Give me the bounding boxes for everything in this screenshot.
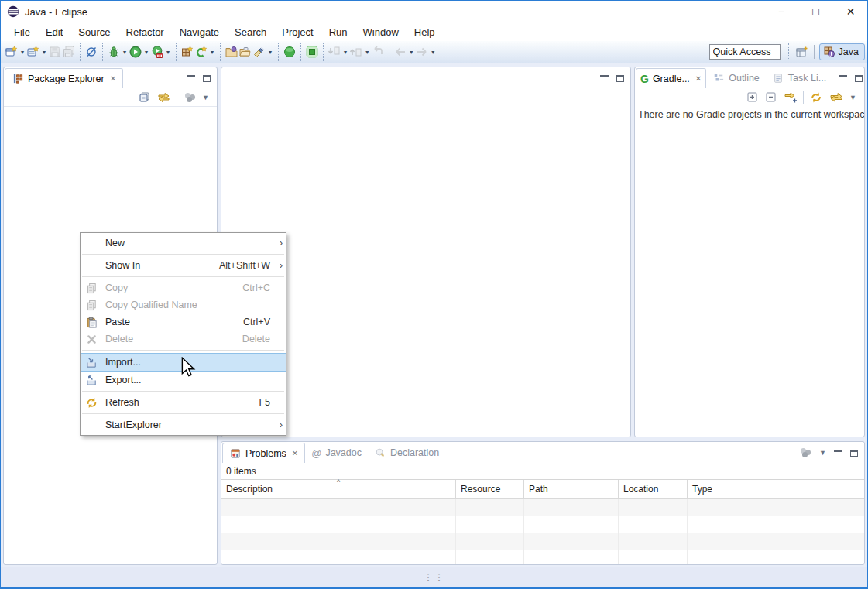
save-all-button[interactable] (62, 44, 76, 60)
expand-all-icon[interactable] (746, 91, 759, 104)
forward-dropdown[interactable]: ▾ (429, 49, 437, 56)
skip-all-breakpoints-button[interactable] (84, 44, 98, 60)
tab-declaration[interactable]: Declaration (368, 443, 445, 463)
status-bar: ⋮⋮ (1, 567, 867, 587)
menu-window[interactable]: Window (355, 24, 407, 40)
maximize-panel-icon[interactable] (850, 450, 858, 457)
coverage-icon (151, 46, 163, 58)
view-menu-dropdown-icon[interactable]: ▼ (819, 449, 826, 457)
refresh-tasks-icon[interactable] (810, 91, 823, 104)
tab-close-icon[interactable]: ✕ (108, 74, 116, 83)
minimize-panel-icon[interactable] (834, 450, 842, 457)
debug-button[interactable] (107, 44, 121, 60)
menu-project[interactable]: Project (274, 24, 321, 40)
open-perspective-button[interactable] (795, 44, 809, 60)
stop-server-button[interactable] (305, 44, 319, 60)
new-java-class-dropdown[interactable]: ▾ (208, 49, 216, 56)
new-button[interactable] (5, 44, 19, 60)
context-menu-item-copy[interactable]: Copy Ctrl+C (81, 279, 286, 296)
debug-dropdown[interactable]: ▾ (121, 49, 129, 56)
view-menu-dropdown-icon[interactable]: ▼ (849, 94, 856, 101)
open-type-button[interactable] (225, 44, 238, 60)
back-dropdown[interactable]: ▾ (407, 49, 415, 56)
window-maximize-button[interactable]: □ (798, 0, 833, 23)
context-menu-item-startexplorer[interactable]: StartExplorer › (81, 416, 286, 433)
new-dropdown[interactable]: ▾ (19, 49, 26, 56)
view-menu-icon[interactable] (184, 93, 196, 102)
search-button[interactable] (252, 44, 266, 60)
maximize-editor-icon[interactable] (616, 75, 624, 82)
tab-outline[interactable]: Outline (706, 68, 766, 88)
context-menu-item-paste[interactable]: Paste Ctrl+V (81, 313, 286, 330)
menu-separator (82, 391, 284, 392)
new-java-project-button[interactable] (180, 44, 194, 60)
gradle-tasks-panel: G Gradle... ✕ Outline Task Li... ▼ There… (634, 67, 865, 437)
refresh-all-icon[interactable] (829, 91, 843, 104)
column-header-location[interactable]: Location (619, 480, 688, 498)
open-resource-button[interactable] (238, 44, 252, 60)
back-arrow-icon (394, 46, 407, 58)
new-project-dropdown[interactable]: ▾ (40, 49, 48, 56)
menu-navigate[interactable]: Navigate (172, 24, 227, 40)
menu-run[interactable]: Run (321, 24, 355, 40)
minimize-panel-icon[interactable] (187, 75, 195, 82)
forward-button[interactable] (415, 44, 429, 60)
context-menu-item-refresh[interactable]: Refresh F5 (81, 394, 286, 411)
link-with-editor-icon[interactable] (157, 91, 170, 104)
save-button[interactable] (48, 44, 62, 60)
context-menu-item-copy-qualified-name[interactable]: Copy Qualified Name (81, 296, 286, 313)
view-menu-dropdown-icon[interactable]: ▼ (202, 94, 209, 101)
menu-refactor[interactable]: Refactor (118, 24, 172, 40)
java-perspective-button[interactable]: Java (819, 43, 865, 60)
new-project-button[interactable] (26, 44, 40, 60)
quick-access-input[interactable] (709, 44, 781, 60)
menu-file[interactable]: File (6, 24, 38, 40)
tab-task-list[interactable]: Task Li... (766, 68, 832, 88)
tab-close-icon[interactable]: ✕ (290, 449, 298, 457)
menu-edit[interactable]: Edit (38, 24, 70, 40)
context-menu-item-new[interactable]: New › (81, 235, 286, 252)
back-button[interactable] (393, 44, 407, 60)
menu-source[interactable]: Source (70, 24, 118, 40)
context-menu-item-show-in[interactable]: Show In Alt+Shift+W › (81, 257, 286, 274)
last-edit-location-button[interactable] (371, 44, 385, 60)
column-header-description[interactable]: ^ Description (221, 480, 456, 498)
minimize-panel-icon[interactable] (839, 75, 847, 82)
tab-package-explorer[interactable]: Package Explorer ✕ (5, 68, 123, 88)
tab-close-icon[interactable]: ✕ (694, 74, 702, 83)
statusbar-drag-handle-icon[interactable]: ⋮⋮ (424, 571, 445, 583)
next-annotation-button[interactable] (328, 44, 341, 60)
menu-help[interactable]: Help (407, 24, 443, 40)
window-minimize-button[interactable]: − (763, 0, 798, 23)
column-header-type[interactable]: Type (688, 480, 756, 498)
context-menu-item-delete[interactable]: Delete Delete (81, 330, 286, 348)
problems-table-body[interactable] (221, 499, 864, 565)
collapse-all-icon[interactable] (139, 91, 151, 104)
minimize-editor-icon[interactable] (600, 75, 609, 82)
previous-annotation-dropdown[interactable]: ▾ (363, 49, 371, 56)
new-java-class-button[interactable] (194, 44, 208, 60)
next-annotation-dropdown[interactable]: ▾ (341, 49, 349, 56)
previous-annotation-button[interactable] (349, 44, 363, 60)
window-close-button[interactable]: ✕ (833, 0, 868, 23)
maximize-panel-icon[interactable] (203, 75, 211, 82)
tab-gradle-tasks[interactable]: G Gradle... ✕ (636, 68, 706, 88)
java-class-icon (195, 46, 208, 58)
column-header-resource[interactable]: Resource (456, 480, 524, 498)
collapse-all-icon[interactable] (765, 91, 777, 104)
menu-search[interactable]: Search (227, 24, 274, 40)
java-project-icon (181, 46, 194, 58)
run-dropdown[interactable]: ▾ (142, 49, 150, 56)
column-header-path[interactable]: Path (524, 480, 619, 498)
link-with-selection-icon[interactable] (784, 91, 797, 104)
coverage-dropdown[interactable]: ▾ (164, 49, 172, 56)
maximize-panel-icon[interactable] (855, 75, 863, 82)
view-menu-icon[interactable] (799, 448, 811, 457)
search-dropdown[interactable]: ▾ (266, 49, 274, 56)
tab-problems[interactable]: Problems ✕ (222, 443, 305, 463)
tab-javadoc[interactable]: @ Javadoc (305, 443, 368, 463)
run-server-button[interactable] (283, 44, 297, 60)
coverage-button[interactable] (150, 44, 164, 60)
green-stop-icon (306, 46, 318, 58)
run-button[interactable] (129, 44, 142, 60)
